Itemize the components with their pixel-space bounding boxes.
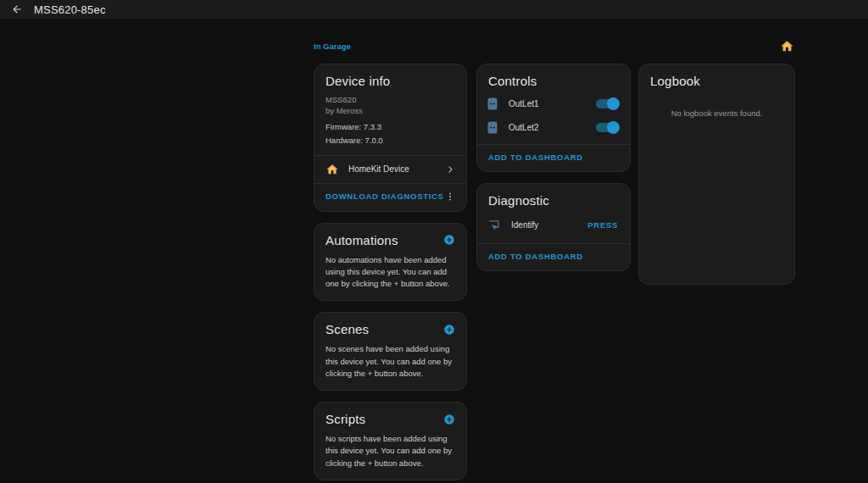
left-column: Device info MSS620 by Meross Firmware: 7…: [314, 64, 467, 480]
device-manufacturer: by Meross: [314, 106, 466, 117]
device-info-card: Device info MSS620 by Meross Firmware: 7…: [314, 64, 467, 212]
logbook-empty-text: No logbook events found.: [639, 108, 794, 118]
device-info-title: Device info: [314, 64, 466, 95]
entity-row-identify: Identify PRESS: [477, 213, 630, 236]
logbook-card: Logbook No logbook events found.: [638, 64, 795, 285]
download-diagnostics-button[interactable]: DOWNLOAD DIAGNOSTICS: [326, 192, 444, 201]
entity-name-outlet1[interactable]: OutLet1: [509, 99, 596, 108]
dots-vertical-menu-icon[interactable]: [445, 192, 455, 202]
area-link[interactable]: In Garage: [314, 42, 351, 51]
entity-row-outlet2: OutLet2: [477, 115, 630, 139]
power-socket-icon: [487, 121, 498, 134]
scripts-empty-text: No scripts have been added using this de…: [314, 431, 466, 480]
back-button[interactable]: [0, 0, 34, 19]
device-hardware: Hardware: 7.0.0: [314, 136, 466, 147]
middle-column: Controls OutLet1 OutLet2 ADD TO DASHBOAR…: [476, 64, 631, 271]
entity-name-identify[interactable]: Identify: [511, 220, 587, 230]
diagnostic-title: Diagnostic: [477, 184, 630, 213]
toggle-thumb: [607, 97, 620, 110]
controls-add-to-dashboard-button[interactable]: ADD TO DASHBOARD: [477, 145, 630, 171]
homekit-integration-icon: [326, 163, 339, 176]
automations-title: Automations: [326, 233, 398, 247]
entity-row-outlet1: OutLet1: [477, 92, 630, 115]
scenes-empty-text: No scenes have been added using this dev…: [314, 341, 466, 390]
integration-label: HomeKit Device: [348, 164, 445, 174]
diagnostic-add-to-dashboard-button[interactable]: ADD TO DASHBOARD: [477, 244, 630, 270]
automations-empty-text: No automations have been added using thi…: [314, 253, 466, 301]
homekit-home-icon[interactable]: [778, 37, 795, 54]
entity-name-outlet2[interactable]: OutLet2: [509, 123, 596, 132]
toggle-thumb: [607, 121, 620, 134]
page-title: MSS620-85ec: [34, 3, 106, 16]
arrow-left-icon: [11, 3, 23, 15]
integration-row-homekit[interactable]: HomeKit Device: [314, 155, 466, 183]
controls-card: Controls OutLet1 OutLet2 ADD TO DASHBOAR…: [476, 64, 631, 172]
scripts-title: Scripts: [326, 412, 365, 426]
toolbar: MSS620-85ec: [0, 0, 868, 19]
outlet2-toggle[interactable]: [596, 123, 618, 132]
add-script-plus-icon[interactable]: [443, 414, 455, 425]
download-diagnostics-row: DOWNLOAD DIAGNOSTICS: [314, 184, 466, 211]
automations-card: Automations No automations have been add…: [314, 223, 467, 302]
power-socket-icon: [487, 97, 498, 110]
logbook-title: Logbook: [639, 64, 794, 95]
device-header-row: In Garage: [314, 36, 795, 56]
device-model: MSS620: [314, 95, 466, 106]
scripts-card: Scripts No scripts have been added using…: [314, 402, 467, 480]
diagnostic-card: Diagnostic Identify PRESS ADD TO DASHBOA…: [476, 183, 631, 271]
scenes-title: Scenes: [326, 322, 369, 336]
chevron-right-icon: [445, 164, 455, 175]
device-firmware: Firmware: 7.3.3: [314, 122, 466, 131]
add-scene-plus-icon[interactable]: [443, 324, 455, 336]
controls-title: Controls: [477, 64, 630, 92]
add-automation-plus-icon[interactable]: [443, 234, 455, 246]
scenes-card: Scenes No scenes have been added using t…: [314, 312, 467, 391]
gesture-tap-icon: [487, 219, 500, 231]
outlet1-toggle[interactable]: [596, 99, 618, 108]
right-column: Logbook No logbook events found.: [638, 64, 795, 285]
press-button[interactable]: PRESS: [587, 220, 618, 230]
